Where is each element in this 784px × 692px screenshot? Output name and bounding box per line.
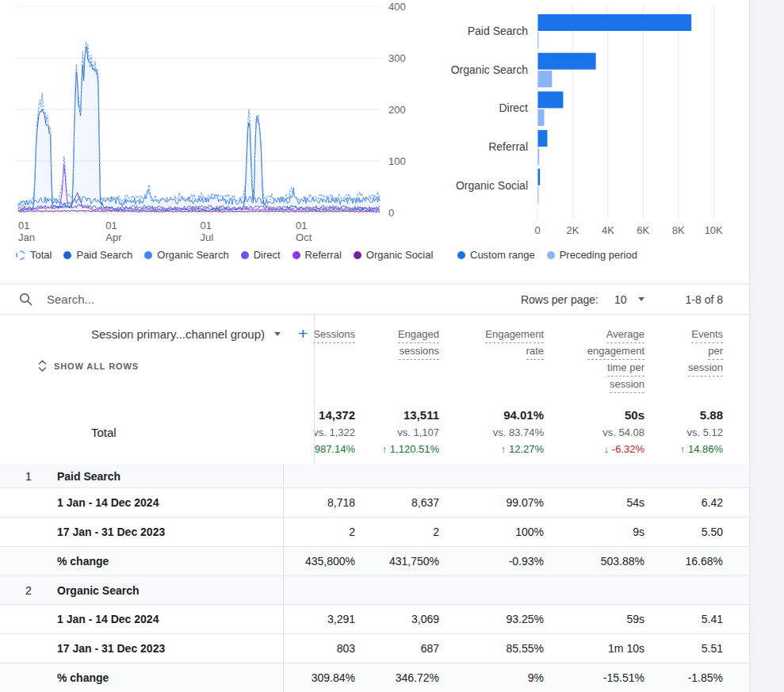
search-input[interactable]: Search... [47, 292, 94, 306]
legend-item-custom-range: Custom range [457, 249, 535, 261]
column-header-line: per [708, 343, 723, 360]
x-axis-label: 01 [296, 220, 307, 231]
bar-custom-range [538, 91, 564, 108]
x-axis-label: 4K [602, 224, 614, 236]
table-cell: 687 [336, 634, 439, 663]
series-line-total [18, 42, 380, 208]
pagination-range: 1-8 of 8 [686, 293, 723, 306]
x-axis-label: 10K [705, 224, 723, 236]
x-axis-label: Apr [105, 231, 122, 243]
legend-item-paid-search: Paid Search [63, 249, 132, 261]
legend-label: Paid Search [76, 249, 132, 261]
table-cell: 5.51 [620, 634, 723, 663]
period-row: 1 Jan - 14 Dec 20248,7188,63799.07%54s6.… [0, 488, 749, 518]
total-change: ↑ 14.86% [596, 441, 723, 457]
line-chart-legend: TotalPaid SearchOrganic SearchDirectRefe… [16, 249, 445, 261]
row-label: 17 Jan - 31 Dec 2023 [57, 634, 165, 663]
x-axis-label: 8K [672, 224, 685, 236]
circle-icon [63, 251, 71, 259]
x-axis-label: 01 [105, 220, 117, 231]
percent-change-row: % change435,800%431,750%-0.93%503.88%16.… [0, 547, 749, 576]
column-header-events-per-session[interactable]: Eventspersession [604, 327, 723, 377]
total-vs-value: vs. 5.12 [596, 424, 723, 441]
table-cell: 431,750% [336, 547, 439, 575]
circle-icon [547, 251, 555, 259]
analytics-report-page: 010020030040001Jan01Apr01Jul01Oct TotalP… [0, 0, 784, 692]
category-label: Organic Social [456, 179, 528, 192]
row-label: 1 Jan - 14 Dec 2024 [57, 488, 159, 517]
row-number: 2 [25, 576, 32, 604]
table-cell: 5.50 [620, 518, 723, 546]
circle-icon [293, 251, 300, 259]
search-icon [19, 292, 33, 306]
table-cell: 100% [441, 518, 544, 546]
page-gutter [749, 0, 784, 692]
period-row: 17 Jan - 31 Dec 202322100%9s5.50 [0, 518, 749, 547]
y-axis-label: 300 [388, 52, 406, 64]
column-header-engaged-sessions[interactable]: Engagedsessions [320, 327, 439, 360]
bar-custom-range [538, 130, 548, 147]
y-axis-label: 0 [388, 207, 394, 219]
table-search[interactable]: Search... [19, 292, 94, 306]
table-cell: 9% [441, 663, 544, 692]
row-label: % change [57, 547, 109, 575]
row-number: 1 [25, 465, 32, 487]
column-divider [283, 465, 284, 692]
x-axis-label: 01 [200, 220, 211, 231]
table-body: 1Paid Search1 Jan - 14 Dec 20248,7188,63… [0, 465, 749, 692]
category-label: Paid Search [468, 25, 528, 37]
circle-icon [241, 251, 249, 259]
legend-item-referral: Referral [293, 249, 342, 261]
legend-item-direct: Direct [241, 249, 281, 261]
circle-icon [144, 251, 152, 259]
x-axis-label: 0 [534, 224, 540, 236]
total-value: 5.88 [596, 407, 723, 424]
table-toolbar: Search... Rows per page: 10 1-8 of 8 [0, 284, 749, 315]
column-header-line: Events [691, 327, 723, 343]
show-all-rows-button[interactable]: SHOW ALL ROWS [38, 360, 139, 372]
bar-preceding-period [538, 109, 545, 126]
table-total-row: Total 14,372vs. 1,322987.14%13,511vs. 1,… [0, 400, 749, 465]
sessions-over-time-line-chart: 010020030040001Jan01Apr01Jul01Oct [0, 0, 432, 244]
bar-preceding-period [538, 71, 553, 87]
percent-change-row: % change309.84%346.72%9%-15.51%-1.85% [0, 663, 749, 692]
legend-label: Referral [305, 249, 342, 261]
x-axis-label: Jan [18, 231, 35, 243]
table-cell: 99.07% [441, 488, 544, 517]
y-axis-label: 400 [388, 1, 406, 13]
bar-chart-legend: Custom rangePreceding period [457, 249, 649, 261]
chevron-down-icon[interactable] [638, 297, 644, 301]
rows-per-page-select[interactable]: 10 [614, 293, 627, 306]
rows-per-page-label: Rows per page: [521, 293, 599, 306]
channel-row-organic-search: 2Organic Search [0, 576, 749, 605]
sessions-by-channel-bar-chart: 02K4K6K8K10KPaid SearchOrganic SearchDir… [441, 0, 749, 244]
bar-custom-range [538, 14, 692, 31]
table-cell: 16.68% [620, 547, 723, 575]
table-cell: -0.93% [441, 547, 544, 575]
channel-row-paid-search: 1Paid Search [0, 465, 749, 488]
legend-label: Custom range [470, 249, 535, 261]
legend-label: Total [30, 249, 52, 261]
category-label: Direct [499, 101, 528, 114]
bar-custom-range [538, 169, 541, 185]
table-cell: 346.72% [336, 663, 439, 692]
channel-name: Paid Search [57, 465, 120, 487]
x-axis-label: 2K [566, 224, 579, 236]
y-axis-label: 100 [388, 155, 406, 167]
x-axis-label: 6K [637, 224, 649, 236]
period-row: 1 Jan - 14 Dec 20243,2913,06993.25%59s5.… [0, 605, 749, 634]
table-cell: 6.42 [620, 488, 723, 517]
legend-label: Direct [254, 249, 281, 261]
category-label: Organic Search [451, 63, 528, 76]
total-metric: 5.88vs. 5.12↑ 14.86% [596, 407, 723, 457]
bar-preceding-period [538, 148, 540, 165]
table-cell: 5.41 [620, 605, 723, 633]
legend-item-organic-social: Organic Social [354, 249, 434, 261]
table-cell: 93.25% [441, 605, 544, 633]
table-cell: 2 [336, 518, 439, 546]
legend-label: Preceding period [560, 249, 637, 261]
table-cell: -1.85% [620, 663, 723, 692]
legend-item-organic-search: Organic Search [144, 249, 228, 261]
row-label: 1 Jan - 14 Dec 2024 [57, 605, 159, 633]
x-axis-label: 01 [18, 220, 29, 231]
